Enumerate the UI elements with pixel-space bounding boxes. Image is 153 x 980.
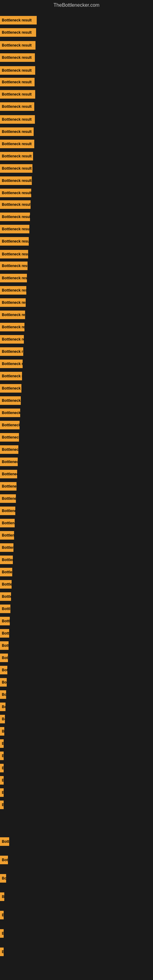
bottleneck-bar[interactable]: Bottleneck result — [0, 384, 21, 393]
bottleneck-bar[interactable]: Bottleneck result — [0, 874, 6, 883]
bottleneck-bar[interactable]: Bottleneck result — [0, 892, 4, 901]
bar-row: Bottleneck result — [0, 837, 9, 846]
bottleneck-bar[interactable]: Bottleneck result — [0, 335, 24, 344]
bottleneck-bar[interactable]: Bottleneck result — [0, 715, 5, 723]
bottleneck-bar[interactable]: Bottleneck result — [0, 555, 13, 564]
bottleneck-bar[interactable]: Bottleneck result — [0, 482, 16, 491]
bottleneck-bar[interactable]: Bottleneck result — [0, 788, 4, 797]
bar-label: Bottleneck result — [2, 558, 13, 562]
bottleneck-bar[interactable]: Bottleneck result — [0, 617, 10, 625]
bottleneck-bar[interactable]: Bottleneck result — [0, 127, 33, 136]
bottleneck-bar[interactable]: Bottleneck result — [0, 678, 7, 687]
bottleneck-bar[interactable]: Bottleneck result — [0, 177, 32, 185]
bottleneck-bar[interactable]: Bottleneck result — [0, 274, 27, 282]
bottleneck-bar[interactable]: Bottleneck result — [0, 776, 4, 784]
bottleneck-bar[interactable]: Bottleneck result — [0, 347, 23, 356]
bar-label: Bottleneck result — [2, 252, 28, 256]
bottleneck-bar[interactable]: Bottleneck result — [0, 948, 4, 956]
bottleneck-bar[interactable]: Bottleneck result — [0, 629, 9, 638]
bottleneck-bar[interactable]: Bottleneck result — [0, 41, 35, 49]
bottleneck-bar[interactable]: Bottleneck result — [0, 751, 4, 760]
bar-row: Bottleneck result — [0, 140, 34, 148]
bottleneck-bar[interactable]: Bottleneck result — [0, 929, 4, 938]
bottleneck-bar[interactable]: Bottleneck result — [0, 911, 4, 920]
bottleneck-bar[interactable]: Bottleneck result — [0, 433, 19, 442]
bottleneck-bar[interactable]: Bottleneck result — [0, 727, 4, 736]
bottleneck-bar[interactable]: Bottleneck result — [0, 421, 19, 430]
bottleneck-bar[interactable]: Bottleneck result — [0, 506, 15, 515]
bar-label: Bottleneck result — [2, 931, 4, 935]
bottleneck-bar[interactable]: Bottleneck result — [0, 605, 10, 613]
bar-label: Bottleneck result — [2, 472, 17, 476]
bottleneck-bar[interactable]: Bottleneck result — [0, 372, 22, 380]
bottleneck-bar[interactable]: Bottleneck result — [0, 115, 35, 124]
bottleneck-bar[interactable]: Bottleneck result — [0, 396, 21, 405]
bottleneck-bar[interactable]: Bottleneck result — [0, 837, 9, 846]
bar-row: Bottleneck result — [0, 298, 26, 307]
bottleneck-bar[interactable]: Bottleneck result — [0, 703, 5, 711]
bottleneck-bar[interactable]: Bottleneck result — [0, 90, 35, 99]
bar-row: Bottleneck result — [0, 458, 18, 466]
bottleneck-bar[interactable]: Bottleneck result — [0, 286, 26, 294]
bottleneck-bar[interactable]: Bottleneck result — [0, 102, 34, 111]
bottleneck-bar[interactable]: Bottleneck result — [0, 213, 30, 221]
bar-row: Bottleneck result — [0, 911, 4, 920]
bottleneck-bar[interactable]: Bottleneck result — [0, 580, 12, 589]
bar-label: Bottleneck result — [2, 362, 22, 366]
bottleneck-bar[interactable]: Bottleneck result — [0, 53, 35, 62]
bottleneck-bar[interactable]: Bottleneck result — [0, 641, 9, 650]
bar-row: Bottleneck result — [0, 494, 16, 503]
bottleneck-bar[interactable]: Bottleneck result — [0, 66, 35, 75]
bar-row: Bottleneck result — [0, 177, 32, 185]
bottleneck-bar[interactable]: Bottleneck result — [0, 519, 15, 527]
bar-label: Bottleneck result — [2, 56, 32, 60]
bottleneck-bar[interactable]: Bottleneck result — [0, 690, 6, 699]
bar-row: Bottleneck result — [0, 396, 21, 405]
bottleneck-bar[interactable]: Bottleneck result — [0, 568, 12, 576]
bottleneck-bar[interactable]: Bottleneck result — [0, 666, 7, 675]
bottleneck-bar[interactable]: Bottleneck result — [0, 458, 18, 466]
bottleneck-bar[interactable]: Bottleneck result — [0, 764, 4, 772]
bar-row: Bottleneck result — [0, 543, 13, 552]
bar-row: Bottleneck result — [0, 225, 29, 233]
bottleneck-bar[interactable]: Bottleneck result — [0, 298, 26, 307]
bottleneck-bar[interactable]: Bottleneck result — [0, 494, 16, 503]
bottleneck-bar[interactable]: Bottleneck result — [0, 531, 14, 539]
bottleneck-bar[interactable]: Bottleneck result — [0, 140, 34, 148]
bar-label: Bottleneck result — [2, 154, 32, 158]
bar-row: Bottleneck result — [0, 372, 22, 380]
bottleneck-bar[interactable]: Bottleneck result — [0, 856, 8, 864]
bottleneck-bar[interactable]: Bottleneck result — [0, 739, 4, 748]
bar-label: Bottleneck result — [2, 227, 29, 231]
bar-label: Bottleneck result — [2, 239, 29, 243]
bottleneck-bar[interactable]: Bottleneck result — [0, 16, 37, 24]
bottleneck-bar[interactable]: Bottleneck result — [0, 237, 29, 246]
bar-label: Bottleneck result — [2, 337, 24, 342]
bar-label: Bottleneck result — [2, 325, 24, 329]
bottleneck-bar[interactable]: Bottleneck result — [0, 409, 20, 417]
bottleneck-bar[interactable]: Bottleneck result — [0, 654, 8, 662]
bottleneck-bar[interactable]: Bottleneck result — [0, 189, 31, 197]
bottleneck-bar[interactable]: Bottleneck result — [0, 78, 35, 86]
bottleneck-bar[interactable]: Bottleneck result — [0, 152, 33, 161]
bottleneck-bar[interactable]: Bottleneck result — [0, 200, 30, 209]
bottleneck-bar[interactable]: Bottleneck result — [0, 470, 17, 478]
bottleneck-bar[interactable]: Bottleneck result — [0, 310, 25, 319]
bottleneck-bar[interactable]: Bottleneck result — [0, 360, 22, 368]
bottleneck-bar[interactable]: Bottleneck result — [0, 261, 27, 270]
bar-label: Bottleneck result — [2, 680, 7, 684]
bottleneck-bar[interactable]: Bottleneck result — [0, 592, 11, 601]
bottleneck-bar[interactable]: Bottleneck result — [0, 225, 29, 233]
bar-label: Bottleneck result — [2, 142, 32, 146]
bottleneck-bar[interactable]: Bottleneck result — [0, 543, 13, 552]
bottleneck-bar[interactable]: Bottleneck result — [0, 250, 28, 258]
bar-row: Bottleneck result — [0, 641, 9, 650]
bottleneck-bar[interactable]: Bottleneck result — [0, 323, 24, 331]
bottleneck-bar[interactable]: Bottleneck result — [0, 445, 18, 454]
bar-label: Bottleneck result — [2, 166, 32, 170]
bar-row: Bottleneck result — [0, 421, 19, 430]
bar-label: Bottleneck result — [2, 913, 4, 917]
bottleneck-bar[interactable]: Bottleneck result — [0, 164, 32, 173]
bottleneck-bar[interactable]: Bottleneck result — [0, 28, 36, 37]
bottleneck-bar[interactable]: Bottleneck result — [0, 800, 4, 809]
